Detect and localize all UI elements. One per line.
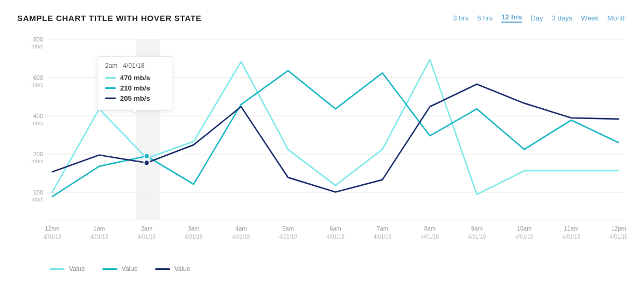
time-filter-12-hrs[interactable]: 12 hrs <box>501 13 522 23</box>
svg-text:10am: 10am <box>517 225 532 232</box>
legend-label-0: Value <box>69 265 85 273</box>
chart-container: SAMPLE CHART TITLE WITH HOVER STATE 3 hr… <box>0 0 644 306</box>
svg-text:mb/s: mb/s <box>31 158 43 164</box>
svg-text:mb/s: mb/s <box>31 44 43 50</box>
legend-item-0: Value <box>50 265 85 273</box>
legend-label-2: Value <box>174 265 191 273</box>
time-filter-week[interactable]: Week <box>581 14 599 22</box>
legend-swatch-0 <box>50 268 65 270</box>
svg-text:4/01/18: 4/01/18 <box>279 234 297 240</box>
svg-text:4/01/18: 4/01/18 <box>185 234 203 240</box>
chart-svg: 800 mb/s 600 mb/s 400 mb/s 200 mb/s 100 … <box>17 33 627 260</box>
svg-rect-16 <box>136 39 159 219</box>
svg-text:4/01/18: 4/01/18 <box>515 234 534 240</box>
svg-text:4/01/18: 4/01/18 <box>610 234 627 240</box>
time-filter-6-hrs[interactable]: 6 hrs <box>477 14 493 22</box>
svg-text:12pm: 12pm <box>611 225 626 232</box>
svg-text:4/01/18: 4/01/18 <box>421 234 439 240</box>
chart-title: SAMPLE CHART TITLE WITH HOVER STATE <box>17 13 201 23</box>
chart-area: 800 mb/s 600 mb/s 400 mb/s 200 mb/s 100 … <box>17 33 627 260</box>
svg-text:4/01/18: 4/01/18 <box>468 234 486 240</box>
svg-text:4/01/18: 4/01/18 <box>374 234 392 240</box>
time-filter-3-days[interactable]: 3 days <box>552 14 572 22</box>
svg-text:1am: 1am <box>94 225 105 232</box>
time-filter-3-hrs[interactable]: 3 hrs <box>453 14 468 22</box>
svg-text:2am: 2am <box>141 225 152 232</box>
svg-text:mb/s: mb/s <box>31 82 43 88</box>
svg-text:7am: 7am <box>376 225 388 232</box>
svg-text:4/01/18: 4/01/18 <box>138 234 156 240</box>
svg-text:100: 100 <box>33 189 43 196</box>
hover-dot-line3 <box>144 160 149 166</box>
svg-text:11am: 11am <box>564 225 579 232</box>
hover-dot-line2 <box>144 153 149 159</box>
svg-text:4am: 4am <box>235 225 247 232</box>
svg-text:4/01/18: 4/01/18 <box>90 234 109 240</box>
legend-swatch-1 <box>102 268 117 270</box>
svg-text:mb/s: mb/s <box>31 120 43 126</box>
svg-text:600: 600 <box>33 74 43 81</box>
time-filter-month[interactable]: Month <box>607 14 627 22</box>
time-filter-day[interactable]: Day <box>530 14 543 22</box>
svg-text:8am: 8am <box>424 225 436 232</box>
legend-swatch-2 <box>155 268 170 270</box>
legend-item-1: Value <box>102 265 138 273</box>
svg-text:9am: 9am <box>471 225 482 232</box>
svg-text:6am: 6am <box>330 225 341 232</box>
time-filters: 3 hrs6 hrs12 hrsDay3 daysWeekMonth <box>453 13 627 23</box>
legend-item-2: Value <box>155 265 191 273</box>
svg-text:200: 200 <box>33 151 43 157</box>
svg-text:mb/s: mb/s <box>31 197 43 203</box>
legend: Value Value Value <box>17 265 627 273</box>
svg-text:4/01/18: 4/01/18 <box>43 234 61 240</box>
chart-header: SAMPLE CHART TITLE WITH HOVER STATE 3 hr… <box>17 13 627 23</box>
svg-text:4/01/18: 4/01/18 <box>326 234 345 240</box>
svg-text:3am: 3am <box>188 225 199 232</box>
svg-text:800: 800 <box>33 36 43 43</box>
svg-text:12am: 12am <box>45 225 60 232</box>
svg-text:5am: 5am <box>282 225 293 232</box>
legend-label-1: Value <box>122 265 138 273</box>
svg-text:400: 400 <box>33 113 43 119</box>
svg-text:4/01/18: 4/01/18 <box>562 234 580 240</box>
svg-text:4/01/18: 4/01/18 <box>232 234 250 240</box>
